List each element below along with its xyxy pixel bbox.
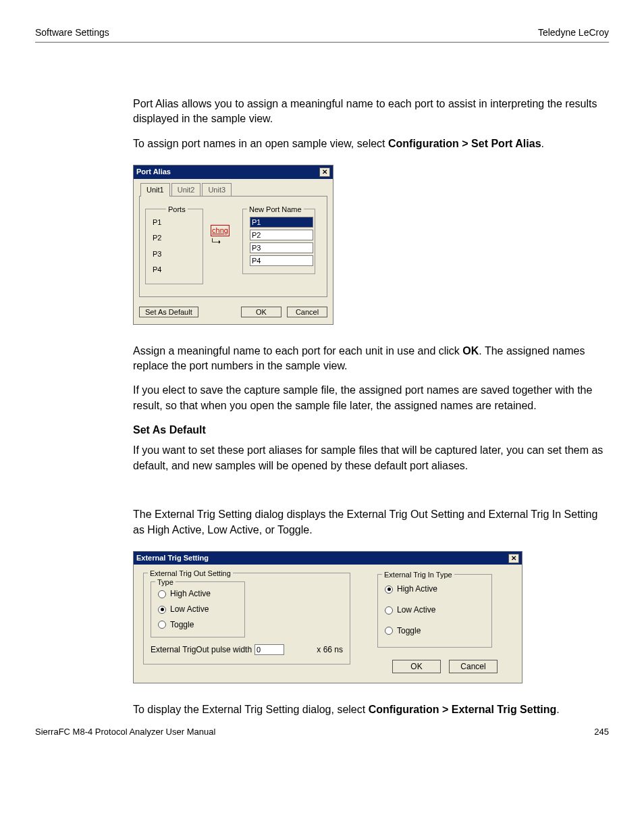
radio-toggle[interactable]: Toggle	[158, 617, 238, 633]
ports-legend: Ports	[166, 205, 188, 215]
close-icon[interactable]: ✕	[508, 554, 519, 563]
dialog-title: External Trig Setting	[136, 553, 209, 563]
header-right: Teledyne LeCroy	[538, 27, 609, 38]
radio-icon	[158, 590, 166, 598]
heading: Set As Default	[133, 423, 609, 438]
port-name-input[interactable]	[250, 255, 313, 266]
paragraph: If you elect to save the capture sample …	[133, 383, 609, 413]
paragraph: To assign port names in an open sample v…	[133, 136, 609, 151]
port-name-input[interactable]	[250, 217, 313, 228]
header-left: Software Settings	[35, 27, 109, 38]
pulse-unit-label: x 66 ns	[317, 644, 343, 656]
radio-in-high-active[interactable]: High Active	[385, 579, 485, 600]
radio-icon	[158, 621, 166, 629]
external-trig-dialog: External Trig Setting ✕ External Trig Ou…	[133, 551, 522, 683]
ext-in-legend: External Trig In Type	[382, 570, 454, 580]
radio-icon	[385, 585, 393, 594]
pulse-width-label: External TrigOut pulse width	[151, 644, 252, 656]
footer-left: SierraFC M8-4 Protocol Analyzer User Man…	[35, 727, 215, 737]
paragraph: If you want to set these port aliases fo…	[133, 443, 609, 473]
set-as-default-button[interactable]: Set As Default	[139, 307, 198, 317]
paragraph: To display the External Trig Setting dia…	[133, 702, 609, 717]
close-icon[interactable]: ✕	[319, 167, 330, 177]
radio-icon	[158, 606, 166, 614]
newname-legend: New Port Name	[247, 205, 304, 215]
arrow-icon: ⮡	[211, 236, 221, 250]
tab-unit3[interactable]: Unit3	[202, 183, 232, 197]
radio-high-active[interactable]: High Active	[158, 586, 238, 602]
radio-icon	[385, 627, 393, 635]
port-label: P1	[153, 215, 196, 230]
dialog-title: Port Alias	[136, 167, 171, 177]
port-label: P3	[153, 246, 196, 262]
ok-button[interactable]: OK	[241, 307, 281, 317]
page-number: 245	[594, 727, 609, 737]
port-alias-dialog: Port Alias ✕ Unit1 Unit2 Unit3 Ports P1 …	[133, 165, 333, 324]
tab-unit2[interactable]: Unit2	[171, 183, 201, 197]
port-label: P4	[153, 262, 196, 278]
radio-low-active[interactable]: Low Active	[158, 602, 238, 617]
radio-in-toggle[interactable]: Toggle	[385, 621, 485, 642]
chng-label: chng ⮡	[211, 225, 230, 236]
port-name-input[interactable]	[250, 230, 313, 240]
radio-icon	[385, 606, 393, 615]
cancel-button[interactable]: Cancel	[449, 660, 498, 673]
radio-in-low-active[interactable]: Low Active	[385, 600, 485, 621]
paragraph: Assign a meaningful name to each port fo…	[133, 344, 609, 374]
port-label: P2	[153, 230, 196, 246]
port-name-input[interactable]	[250, 242, 313, 253]
type-legend: Type	[155, 577, 176, 588]
cancel-button[interactable]: Cancel	[287, 307, 327, 317]
paragraph: The External Trig Setting dialog display…	[133, 507, 609, 538]
pulse-width-input[interactable]	[254, 644, 284, 655]
tab-unit1[interactable]: Unit1	[140, 183, 170, 197]
ok-button[interactable]: OK	[392, 660, 441, 673]
paragraph: Port Alias allows you to assign a meanin…	[133, 97, 609, 127]
